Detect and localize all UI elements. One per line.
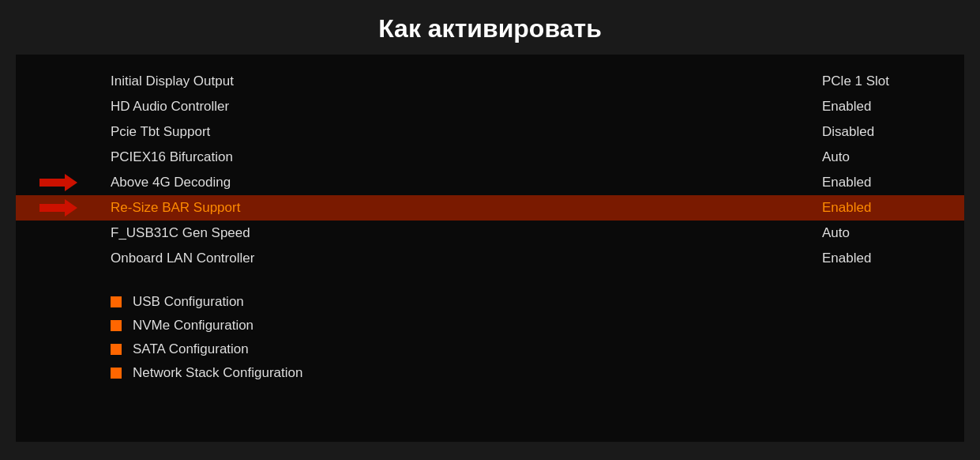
submenu-bullet-icon <box>111 344 122 355</box>
bios-row: F_USB31C Gen SpeedAuto <box>16 221 964 246</box>
bios-row-value: PCle 1 Slot <box>822 74 917 89</box>
bios-row: Onboard LAN ControllerEnabled <box>16 246 964 271</box>
submenu-bullet-icon <box>111 368 122 379</box>
bios-row-label: F_USB31C Gen Speed <box>111 225 250 241</box>
submenu-item[interactable]: SATA Configuration <box>16 337 964 361</box>
submenu-label: USB Configuration <box>133 294 244 310</box>
submenu-label: Network Stack Configuration <box>133 365 302 381</box>
bios-row: Above 4G DecodingEnabled <box>16 170 964 195</box>
submenu-item[interactable]: Network Stack Configuration <box>16 361 964 385</box>
bios-row-value: Auto <box>822 225 917 241</box>
svg-marker-1 <box>39 199 77 217</box>
bios-row-label: Above 4G Decoding <box>111 175 231 190</box>
page-title: Как активировать <box>0 0 980 55</box>
submenu-bullet-icon <box>111 320 122 331</box>
bios-row-label: Initial Display Output <box>111 74 234 89</box>
bios-row: HD Audio ControllerEnabled <box>16 94 964 119</box>
bios-row: Re-Size BAR SupportEnabled <box>16 195 964 221</box>
submenu-item[interactable]: USB Configuration <box>16 290 964 314</box>
bios-row-label: PCIEX16 Bifurcation <box>111 149 233 165</box>
submenu-label: NVMe Configuration <box>133 318 253 334</box>
bios-row-value: Enabled <box>822 175 917 190</box>
bios-row-label: HD Audio Controller <box>111 99 229 115</box>
submenu-item[interactable]: NVMe Configuration <box>16 314 964 337</box>
svg-marker-0 <box>39 174 77 191</box>
bios-row: PCIEX16 BifurcationAuto <box>16 145 964 170</box>
arrow-icon <box>39 199 77 217</box>
bios-row-value: Enabled <box>822 99 917 115</box>
bios-row-value: Enabled <box>822 200 917 216</box>
bios-row-value: Disabled <box>822 124 917 140</box>
submenu-label: SATA Configuration <box>133 341 249 357</box>
bios-row-label: Pcie Tbt Support <box>111 124 210 140</box>
submenu-bullet-icon <box>111 296 122 307</box>
arrow-icon <box>39 174 77 191</box>
bios-row: Initial Display OutputPCle 1 Slot <box>16 69 964 94</box>
bios-row-label: Onboard LAN Controller <box>111 251 254 266</box>
bios-row: Pcie Tbt SupportDisabled <box>16 119 964 145</box>
bios-container: Initial Display OutputPCle 1 SlotHD Audi… <box>16 55 964 442</box>
bios-row-label: Re-Size BAR Support <box>111 200 240 216</box>
bios-row-value: Auto <box>822 149 917 165</box>
bios-row-value: Enabled <box>822 251 917 266</box>
